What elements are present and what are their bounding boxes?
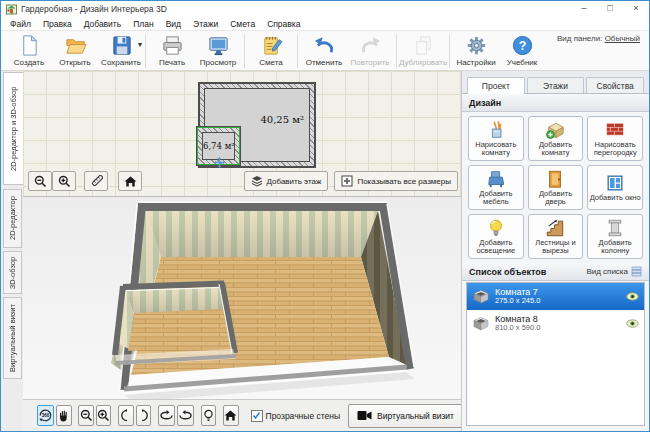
transparent-walls-checkbox[interactable] <box>251 410 263 422</box>
menu-edit[interactable]: Правка <box>37 19 78 29</box>
add-door-button[interactable]: Добавить дверь <box>528 165 584 210</box>
rotate-vertical-cw-icon <box>137 409 150 422</box>
view-zoom-out-button[interactable] <box>78 405 94 426</box>
print-button[interactable]: Печать <box>149 32 195 70</box>
room-object-icon <box>472 316 490 331</box>
view-zoom-in-button[interactable] <box>96 405 112 426</box>
design-buttons-grid: Нарисовать комнату Добавить комнату <box>462 112 649 263</box>
add-floor-icon <box>251 175 263 187</box>
tab-2d-and-3d[interactable]: 2D-редактор и 3D-обзор <box>3 72 23 185</box>
plan-toolbar-right: Добавить этаж Показывать все размеры <box>244 171 458 191</box>
menu-estimate[interactable]: Смета <box>224 19 261 29</box>
save-icon <box>110 34 133 57</box>
add-floor-button[interactable]: Добавить этаж <box>244 171 329 191</box>
save-dropdown-arrow[interactable]: ▾ <box>138 40 142 49</box>
plan-room-selected[interactable]: 6,74 м² <box>196 126 241 166</box>
tab-floors[interactable]: Этажи <box>527 77 585 93</box>
zoom-out-icon <box>80 409 93 422</box>
list-item-room-7[interactable]: Комната 7 275.0 x 245.0 <box>467 283 644 310</box>
settings-button[interactable]: Настройки <box>453 32 499 70</box>
home-icon <box>224 409 237 422</box>
toolbar-separator <box>297 34 298 68</box>
right-panel: Проект Этажи Свойства Дизайн Нарисовать … <box>461 71 649 431</box>
svg-text:?: ? <box>518 39 526 53</box>
zoom-in-icon <box>97 409 110 422</box>
orbit-360-button[interactable]: 360 <box>37 405 54 426</box>
orbit-right-button[interactable] <box>177 405 194 426</box>
workspace: 40,25 м² 6,74 м² <box>23 71 463 431</box>
duplicate-icon <box>412 34 435 57</box>
list-view-link[interactable]: Вид списка <box>586 267 628 276</box>
orbit-left-button[interactable] <box>158 405 175 426</box>
tab-properties[interactable]: Свойства <box>586 77 644 93</box>
plan-home-button[interactable] <box>118 171 142 191</box>
open-folder-icon <box>64 34 87 57</box>
title-bar: Гардеробная - Дизайн Интерьера 3D – □ × <box>1 1 649 17</box>
visibility-eye-icon[interactable] <box>626 292 639 301</box>
rotate-up-button[interactable] <box>118 405 134 426</box>
panel-view-link[interactable]: Обычный <box>605 34 640 43</box>
minimize-button[interactable]: – <box>571 1 597 17</box>
tab-3d-view[interactable]: 3D-обзор <box>3 251 22 294</box>
add-column-button[interactable]: Добавить колонну <box>587 214 643 259</box>
camera-icon <box>357 410 372 421</box>
list-item-room-8[interactable]: Комната 8 810.0 x 590.0 <box>467 310 644 337</box>
undo-button[interactable]: Отменить <box>301 32 347 70</box>
add-window-icon <box>605 173 625 193</box>
lighting-button[interactable] <box>201 405 217 426</box>
plan-measure-button[interactable] <box>84 171 108 191</box>
view-home-button[interactable] <box>223 405 239 426</box>
move-handle-icon[interactable] <box>214 157 225 168</box>
add-room-button[interactable]: Добавить комнату <box>528 116 584 161</box>
menu-help[interactable]: Справка <box>261 19 306 29</box>
redo-button[interactable]: Повторить <box>347 32 393 70</box>
menu-file[interactable]: Файл <box>4 19 37 29</box>
maximize-button[interactable]: □ <box>597 1 623 17</box>
estimate-button[interactable]: Смета <box>248 32 294 70</box>
open-button[interactable]: Открыть <box>52 32 98 70</box>
dimensions-icon <box>341 175 353 187</box>
preview-icon <box>207 34 230 57</box>
save-button[interactable]: Сохранить <box>98 32 144 70</box>
plan-zoom-in-button[interactable] <box>52 171 76 191</box>
menu-add[interactable]: Добавить <box>78 19 128 29</box>
add-door-icon <box>545 169 565 189</box>
draw-room-button[interactable]: Нарисовать комнату <box>468 116 524 161</box>
app-icon <box>6 4 17 15</box>
orbit-horizontal-right-icon <box>178 409 193 422</box>
pan-button[interactable] <box>56 405 72 426</box>
tutorial-button[interactable]: ? Учебник <box>499 32 545 70</box>
plan-zoom-out-button[interactable] <box>28 171 52 191</box>
stairs-button[interactable]: Лестницы и вырезы <box>528 214 584 259</box>
preview-button[interactable]: Просмотр <box>195 32 241 70</box>
new-button[interactable]: Создать <box>6 32 52 70</box>
viewport-3d[interactable] <box>23 197 463 399</box>
tab-virtual-visit[interactable]: Виртуальный визит <box>3 297 22 379</box>
tab-2d-editor[interactable]: 2D-редактор <box>3 189 22 248</box>
add-furniture-button[interactable]: Добавить мебель <box>468 165 524 210</box>
tab-project[interactable]: Проект <box>467 77 525 94</box>
plan-toolbar <box>28 171 142 191</box>
visibility-eye-icon[interactable] <box>626 319 639 328</box>
duplicate-button[interactable]: Дублировать <box>400 32 446 70</box>
menu-floors[interactable]: Этажи <box>187 19 224 29</box>
rotate-down-button[interactable] <box>136 405 152 426</box>
small-room-floor <box>128 309 231 351</box>
draw-partition-button[interactable]: Нарисовать перегородку <box>587 116 643 161</box>
menu-plan[interactable]: План <box>127 19 160 29</box>
add-window-button[interactable]: Добавить окно <box>587 165 643 210</box>
zoom-in-icon <box>58 175 71 188</box>
app-window: Гардеробная - Дизайн Интерьера 3D – □ × … <box>0 0 650 432</box>
virtual-visit-button[interactable]: Виртуальный визит <box>348 404 463 428</box>
list-view-icon[interactable] <box>631 266 642 277</box>
plan-2d-canvas[interactable]: 40,25 м² 6,74 м² <box>23 71 463 197</box>
add-light-button[interactable]: Добавить освещение <box>468 214 524 259</box>
checkmark-icon <box>252 411 261 420</box>
show-all-dimensions-button[interactable]: Показывать все размеры <box>334 171 458 191</box>
small-room-back-cap <box>123 284 224 288</box>
menu-view[interactable]: Вид <box>160 19 187 29</box>
toolbar-separator <box>244 34 245 68</box>
close-button[interactable]: × <box>623 1 649 17</box>
toolbar-separator <box>145 34 146 68</box>
draw-room-icon <box>486 120 506 140</box>
